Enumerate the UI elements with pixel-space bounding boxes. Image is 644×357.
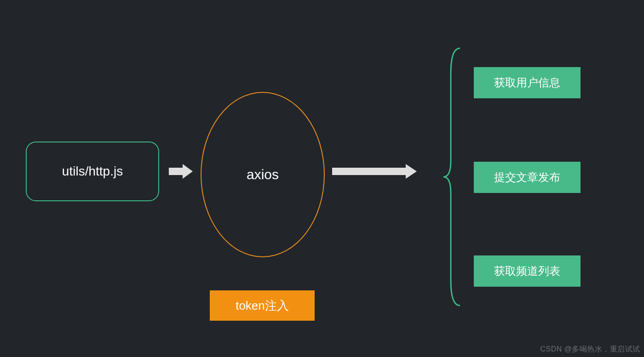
arrow-head-icon: [406, 164, 417, 179]
arrow-head-icon: [183, 164, 193, 179]
axios-node: axios: [201, 92, 325, 257]
arrow-axios-to-actions: [332, 167, 419, 176]
arrow-source-to-axios: [169, 167, 195, 176]
action-label: 提交文章发布: [494, 170, 560, 185]
source-box: utils/http.js: [26, 142, 159, 201]
action-submit-article: 提交文章发布: [474, 162, 581, 193]
action-label: 获取频道列表: [494, 264, 560, 278]
brace-icon: [442, 46, 465, 308]
source-label: utils/http.js: [62, 164, 123, 179]
action-label: 获取用户信息: [494, 75, 560, 90]
token-inject-box: token注入: [210, 290, 315, 321]
arrow-shaft: [332, 168, 406, 175]
token-label: token注入: [236, 298, 289, 314]
axios-label: axios: [247, 167, 279, 182]
action-get-channel-list: 获取频道列表: [474, 255, 581, 287]
arrow-shaft: [169, 168, 183, 175]
diagram-stage: utils/http.js axios token注入 获取用户信息 提交文章发…: [0, 0, 644, 357]
watermark: CSDN @多喝热水，重启试试: [540, 345, 640, 354]
action-get-user-info: 获取用户信息: [474, 67, 581, 98]
